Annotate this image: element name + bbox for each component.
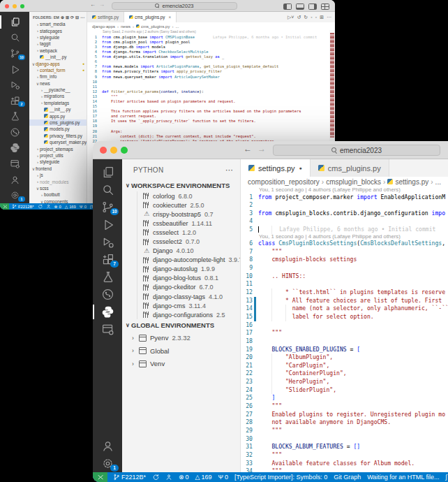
status-item-hook-icon[interactable]: ʃ — [446, 474, 447, 481]
code-line[interactable]: 33 Available feature classes for Album m… — [241, 460, 448, 468]
tree-item[interactable]: ›bootbutt — [29, 191, 87, 198]
section-workspace-environments[interactable]: ∨ WORKSPACE ENVIRONMENTS — [122, 180, 240, 191]
code-line[interactable]: 4from django.forms import CheckboxSelect… — [87, 50, 335, 54]
package-item[interactable]: cssselect20.7.0 — [143, 237, 240, 246]
tree-item[interactable]: ›styleguide — [29, 34, 87, 41]
activity-item-source-control-icon[interactable]: 10 — [0, 45, 29, 61]
tree-item[interactable]: ∨frontend — [29, 166, 87, 172]
activity-item-files-icon[interactable] — [0, 14, 29, 30]
code-line[interactable]: 6 — [87, 59, 335, 64]
code-line[interactable]: 28 not available anymore in DjangoCMS. — [241, 418, 448, 427]
breadcrumb-item[interactable]: settings.py — [387, 178, 428, 186]
tree-item[interactable]: ›migrations — [29, 93, 87, 99]
tree-item[interactable]: queryset_maker.py — [29, 139, 87, 145]
environment-item[interactable]: ›Venv — [122, 357, 240, 370]
code-line[interactable]: 32 """ — [241, 451, 448, 460]
tree-item[interactable]: ›contact_form● — [29, 67, 87, 73]
code-line[interactable]: 20 Args: — [87, 129, 335, 134]
code-line[interactable]: 13 * All feature choices are list of tup… — [241, 297, 448, 305]
activity-item-window-gear-icon[interactable] — [0, 156, 29, 172]
tree-item[interactable]: ∨components — [29, 198, 87, 203]
activity-item-files-icon[interactable] — [93, 163, 122, 181]
code-line[interactable]: 17 and current request. — [87, 114, 335, 119]
code-line[interactable]: 3from django.db import models — [87, 45, 335, 50]
package-item[interactable]: cssbeautifier1.14.11 — [143, 219, 240, 228]
code-line[interactable]: 19 BLOCKS_ENABLED_PLUGINS = [ — [241, 346, 448, 354]
status-item-fork-icon[interactable]: Ψ0 — [80, 205, 87, 209]
activity-item-window-gear-icon[interactable] — [93, 321, 122, 338]
status-item[interactable]: Git Graph — [334, 474, 361, 481]
code-line[interactable]: 21 "CardPlugin", — [241, 362, 448, 370]
minimize-window-icon[interactable] — [110, 147, 117, 154]
code-line[interactable]: 17 """ — [241, 329, 448, 337]
environment-item[interactable]: ›Global — [122, 344, 240, 358]
activity-item-play-gear-icon[interactable] — [93, 233, 122, 251]
code-line[interactable]: 27 Enabled plugins to register. Unregist… — [241, 411, 448, 419]
code-line[interactable]: 5from django.utils.translation import ge… — [87, 54, 335, 59]
command-center-search[interactable]: emencia2023 — [112, 2, 237, 10]
back-icon[interactable]: ← — [244, 144, 257, 154]
activity-item-gear-icon[interactable]: 1 — [0, 187, 29, 203]
tree-item[interactable]: __init__.py — [29, 106, 87, 112]
code-line[interactable]: 8 cmsplugin-blocks settings — [241, 256, 448, 264]
more-icon[interactable]: ⋯ — [225, 166, 233, 175]
tab-cms_plugins.py[interactable]: cms_plugins.py — [311, 159, 389, 177]
activity-item-git-graph-icon[interactable] — [0, 124, 29, 140]
activity-item-search-icon[interactable] — [93, 181, 122, 198]
package-item[interactable]: django-cms3.11.4 — [143, 301, 240, 310]
editor-action-prev-icon[interactable]: ◦ — [311, 15, 312, 20]
breadcrumb-item[interactable]: django-apps — [92, 24, 115, 29]
package-item[interactable]: django-configurations2.5 — [143, 310, 240, 319]
tree-item[interactable]: cms_plugins.py — [29, 119, 87, 126]
tree-item[interactable]: __init__.py — [29, 54, 87, 60]
status-item-sync-icon[interactable] — [152, 474, 159, 481]
activity-item-play-gear-icon[interactable] — [0, 77, 29, 93]
breadcrumb-item[interactable]: ... — [435, 178, 441, 186]
layout-controls[interactable] — [283, 3, 329, 10]
activity-item-git-graph-icon[interactable] — [93, 286, 122, 303]
status-item-warning-icon[interactable]: △169 — [195, 474, 212, 481]
tree-item[interactable]: ›node_modules — [29, 178, 87, 184]
code-line[interactable]: 7from news.models import ArticlePluginPa… — [87, 64, 335, 69]
code-line[interactable]: 13 """ — [87, 94, 335, 99]
window-controls[interactable] — [100, 147, 128, 154]
window-controls[interactable] — [5, 4, 24, 8]
minimize-window-icon[interactable] — [13, 4, 17, 8]
code-line[interactable]: 15 — [87, 104, 335, 109]
code-line[interactable]: 30 — [241, 435, 448, 444]
tree-item[interactable]: ∨news — [29, 80, 87, 87]
tree-item[interactable]: ›templatetags — [29, 100, 87, 106]
code-line[interactable]: 10 .. HINTS:: — [241, 272, 448, 281]
forward-icon[interactable]: → — [99, 1, 108, 8]
tree-item[interactable]: apps.py — [29, 112, 87, 119]
breadcrumb[interactable]: composition_repository›cmsplugin_blocks›… — [241, 177, 448, 187]
package-item[interactable]: cssselect1.2.0 — [143, 228, 240, 237]
status-item-sync-icon[interactable] — [38, 204, 43, 209]
activity-item-testing-beaker-icon[interactable] — [0, 108, 29, 124]
code-line[interactable]: 2from cms.plugin_pool import plugin_pool — [87, 40, 335, 45]
code-line[interactable]: 14 Filter articles based on plugin param… — [87, 99, 335, 104]
breadcrumb-item[interactable]: composition_repository — [248, 178, 320, 186]
code-line[interactable]: 25 ] — [241, 394, 448, 402]
command-center-search[interactable]: emencia2023 — [273, 145, 440, 156]
activity-item-account-icon[interactable] — [0, 172, 29, 188]
status-item[interactable]: Waiting for an HTML file... — [367, 474, 439, 481]
code-line[interactable]: 31 BLOCKS_ALBUM_FEATURES = [] — [241, 443, 448, 451]
customize-layout-icon[interactable] — [321, 3, 329, 10]
code-line[interactable]: 21 context (dict): The current context, … — [87, 134, 335, 139]
code-line[interactable]: 5 Lafaye Philippe, 6 months ago • Initia… — [241, 226, 448, 234]
remote-indicator-icon[interactable] — [0, 203, 9, 210]
code-line[interactable]: 26 """ — [241, 402, 448, 411]
tree-item[interactable]: models.py — [29, 126, 87, 132]
code-line[interactable]: 20 "AlbumPlugin", — [241, 353, 448, 362]
activity-item-testing-beaker-icon[interactable] — [93, 268, 122, 286]
code-line[interactable]: 8from news.privacy_filters import apply_… — [87, 69, 335, 74]
tab-settings.py[interactable]: settings.py● — [241, 159, 311, 177]
breadcrumb-item[interactable]: ... — [175, 24, 179, 29]
status-item-error-icon[interactable]: ⊗0 — [54, 205, 61, 209]
editor-action-history-icon[interactable]: ↺ — [297, 15, 301, 20]
package-item[interactable]: django-blog-lotus0.8.1 — [143, 274, 240, 283]
breadcrumb-item[interactable]: news — [121, 24, 130, 29]
breadcrumb[interactable]: django-apps›news›cms_plugins.py›... — [87, 22, 335, 30]
code-line[interactable]: 29 """ — [241, 427, 448, 435]
